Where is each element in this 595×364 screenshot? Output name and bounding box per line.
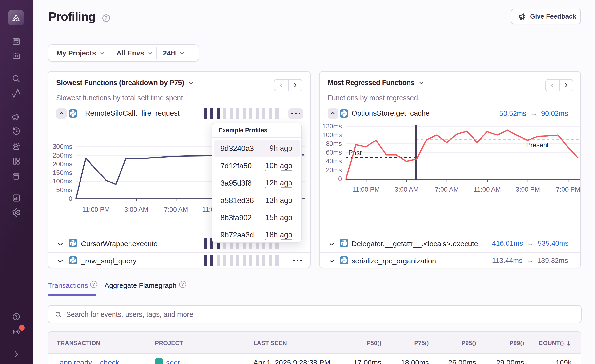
svg-text:40ms: 40ms bbox=[326, 158, 342, 165]
svg-text:0: 0 bbox=[338, 175, 342, 182]
svg-text:300ms: 300ms bbox=[53, 143, 72, 150]
svg-text:7:00 AM: 7:00 AM bbox=[435, 186, 459, 193]
svg-text:11:00 PM: 11:00 PM bbox=[352, 186, 380, 193]
svg-text:20ms: 20ms bbox=[326, 166, 342, 174]
svg-text:11:00 PM: 11:00 PM bbox=[82, 206, 110, 213]
svg-text:Present: Present bbox=[526, 142, 549, 149]
svg-text:11:00 AM: 11:00 AM bbox=[474, 186, 501, 193]
svg-text:3:00 AM: 3:00 AM bbox=[394, 186, 418, 193]
svg-text:3:00 AM: 3:00 AM bbox=[124, 206, 148, 213]
svg-text:200ms: 200ms bbox=[53, 160, 72, 168]
svg-text:100ms: 100ms bbox=[322, 131, 342, 139]
svg-text:50ms: 50ms bbox=[56, 186, 72, 194]
svg-text:0: 0 bbox=[69, 195, 72, 202]
svg-text:250ms: 250ms bbox=[53, 152, 72, 159]
svg-text:150ms: 150ms bbox=[53, 169, 72, 176]
svg-text:60ms: 60ms bbox=[326, 149, 342, 156]
svg-text:80ms: 80ms bbox=[326, 140, 342, 147]
svg-text:7:00 PM: 7:00 PM bbox=[556, 186, 580, 193]
svg-text:Past: Past bbox=[348, 149, 362, 157]
svg-text:3:00 PM: 3:00 PM bbox=[516, 186, 540, 193]
svg-text:120ms: 120ms bbox=[322, 123, 342, 130]
svg-text:100ms: 100ms bbox=[53, 178, 72, 185]
svg-text:7:00 AM: 7:00 AM bbox=[164, 206, 188, 213]
